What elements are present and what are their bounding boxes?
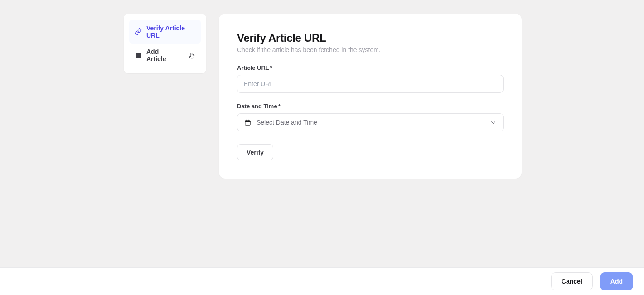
form-group-url: Article URL* — [237, 64, 504, 93]
add-button[interactable]: Add — [600, 272, 633, 290]
footer: Cancel Add — [0, 267, 644, 295]
required-indicator: * — [278, 103, 281, 110]
sidebar-item-label: Add Article — [146, 48, 179, 63]
url-label: Article URL* — [237, 64, 504, 71]
link-icon — [135, 28, 142, 35]
verify-button[interactable]: Verify — [237, 144, 273, 160]
url-label-text: Article URL — [237, 64, 269, 71]
cancel-button[interactable]: Cancel — [551, 272, 593, 290]
page-title: Verify Article URL — [237, 32, 504, 44]
newspaper-icon — [135, 52, 142, 59]
sidebar: Verify Article URL Add Article — [124, 14, 206, 73]
sidebar-item-label: Verify Article URL — [146, 24, 195, 39]
datetime-picker[interactable]: Select Date and Time — [237, 113, 504, 131]
pointer-cursor-icon — [188, 52, 195, 59]
calendar-icon — [244, 119, 251, 126]
form-group-datetime: Date and Time* Select Date and Time — [237, 103, 504, 131]
svg-rect-6 — [245, 121, 250, 122]
datetime-label: Date and Time* — [237, 103, 504, 110]
chevron-down-icon — [489, 119, 497, 126]
sidebar-item-verify-url[interactable]: Verify Article URL — [129, 20, 201, 44]
required-indicator: * — [270, 64, 272, 71]
article-url-input[interactable] — [237, 75, 504, 93]
datetime-label-text: Date and Time — [237, 103, 277, 110]
sidebar-item-add-article[interactable]: Add Article — [129, 44, 201, 67]
svg-rect-1 — [137, 54, 138, 56]
page-subtitle: Check if the article has been fetched in… — [237, 46, 504, 53]
main-card: Verify Article URL Check if the article … — [219, 14, 522, 179]
datetime-placeholder: Select Date and Time — [257, 119, 484, 126]
